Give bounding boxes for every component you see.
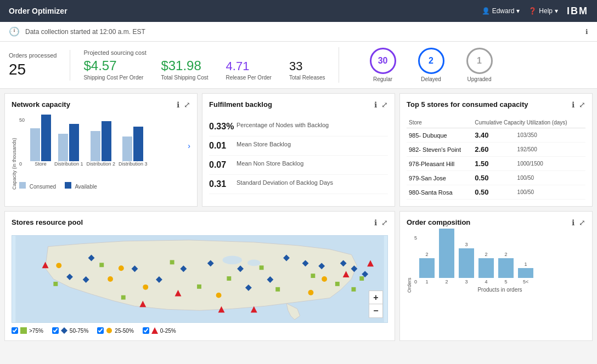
metric-desc-1: Mean Store Backlog: [236, 141, 291, 147]
kpi-total-releases: 33 Total Releases: [289, 59, 325, 81]
expand-icon[interactable]: ⤢: [184, 100, 190, 109]
svg-point-32: [108, 276, 113, 282]
zoom-controls[interactable]: + −: [369, 291, 383, 318]
kpi-shipping-cost: $4.57 Shipping Cost Per Order: [83, 58, 143, 81]
info-icon[interactable]: ℹ: [177, 100, 179, 109]
metric-val-0: 0.33%: [209, 122, 236, 132]
comp-bar-value: 2: [426, 252, 429, 257]
svg-point-1: [222, 256, 242, 265]
order-composition-header: Order composition ℹ ⤢: [407, 218, 585, 231]
comp-bar: [518, 268, 533, 278]
comp-bar-chart: 2 1 5 2 3 3 2 4 2 5 1 5<: [419, 235, 585, 285]
info-icon[interactable]: ℹ: [374, 100, 377, 109]
zoom-in-button[interactable]: +: [369, 291, 382, 304]
dist1-consumed-bar: [58, 134, 68, 161]
svg-point-47: [106, 328, 112, 333]
svg-marker-46: [61, 327, 67, 334]
kpi-sourcing-label: Projected sourcing cost: [83, 49, 325, 56]
resource-pool-icons[interactable]: ℹ ⤢: [374, 218, 388, 227]
expand-icon[interactable]: ⤢: [579, 218, 585, 227]
clock-icon: 🕛: [9, 26, 20, 37]
legend-25-50-checkbox[interactable]: [97, 327, 104, 334]
comp-bar-label: 3: [465, 279, 468, 285]
legend-0-25-label: 0-25%: [160, 328, 176, 334]
expand-icon[interactable]: ⤢: [381, 100, 388, 109]
y-val-5: 5: [414, 235, 417, 241]
bar-group-dist3-bars: [122, 112, 143, 161]
comp-bar-label: 4: [485, 279, 488, 285]
comp-y-axis: 5 0: [414, 235, 419, 285]
blue-diamond-icon: [61, 327, 67, 334]
svg-rect-45: [20, 327, 27, 334]
resource-pool-title: Stores resource pool: [12, 218, 83, 226]
table-row: 979-San Jose 0.50 100/50: [407, 171, 585, 185]
kpi-orders: Orders processed 25: [9, 50, 70, 81]
bar-group-dist1-bars: [58, 112, 79, 161]
zoom-out-button[interactable]: −: [369, 304, 382, 317]
stores-table: Store Cumulative Capacity Utilization (d…: [407, 117, 585, 200]
order-composition-icons[interactable]: ℹ ⤢: [572, 218, 585, 227]
svg-point-37: [322, 276, 327, 282]
expand-icon[interactable]: ⤢: [381, 218, 388, 227]
kpi-orders-value: 25: [9, 61, 57, 78]
bar-chart: 50 0 Store: [19, 117, 190, 178]
info-icon[interactable]: ℹ: [585, 28, 588, 36]
svg-rect-12: [335, 282, 340, 286]
svg-point-31: [56, 263, 61, 268]
comp-bar-wrap: 2 4: [478, 252, 494, 285]
legend-50-75-checkbox[interactable]: [52, 327, 59, 334]
fulfillment-icons[interactable]: ℹ ⤢: [374, 100, 388, 109]
map-legend: >75% 50-75% 25-50% 0-25%: [12, 327, 388, 334]
info-icon[interactable]: ℹ: [374, 218, 377, 227]
svg-rect-13: [352, 287, 356, 292]
store-name: 980-Santa Rosa: [407, 185, 472, 200]
kpi-release: 4.71 Release Per Order: [226, 59, 272, 81]
metric-val-3: 0.31: [209, 179, 236, 189]
legend-gt75[interactable]: >75%: [12, 327, 43, 334]
help-menu[interactable]: ❓ Help ▾: [528, 7, 558, 15]
x-label-dist2: Distribution 2: [87, 161, 116, 167]
user-menu[interactable]: 👤 Edward ▾: [482, 7, 520, 15]
metric-val-1: 0.01: [209, 141, 236, 151]
svg-rect-11: [311, 274, 315, 278]
y-axis: 50 0: [19, 117, 25, 167]
chart-next-icon[interactable]: ›: [188, 141, 190, 150]
network-capacity-icons[interactable]: ℹ ⤢: [177, 100, 190, 109]
top5-icons[interactable]: ℹ ⤢: [572, 100, 585, 109]
user-name: Edward: [492, 7, 515, 15]
user-icon: 👤: [482, 7, 490, 15]
store-value: 0.50: [472, 171, 515, 185]
comp-bar-label: 1: [426, 279, 429, 285]
legend-gt75-checkbox[interactable]: [12, 327, 18, 334]
dist3-consumed-bar: [122, 136, 132, 161]
metric-row-0: 0.33% Percentage of Nodes with Backlog: [209, 117, 388, 136]
info-icon[interactable]: ℹ: [572, 100, 575, 109]
kpi-upgraded-circle: 1: [466, 48, 493, 74]
green-square-icon: [20, 327, 27, 334]
fulfillment-metrics: 0.33% Percentage of Nodes with Backlog 0…: [209, 117, 388, 194]
legend-50-75[interactable]: 50-75%: [52, 327, 88, 334]
bar-group-dist2: Distribution 2: [87, 112, 116, 167]
legend-0-25-checkbox[interactable]: [143, 327, 149, 334]
network-capacity-header: Network capacity ℹ ⤢: [12, 100, 190, 113]
store-range: 100/50: [515, 171, 585, 185]
bar-group-store: Store: [30, 112, 51, 167]
dist1-available-bar: [69, 124, 79, 161]
store-consumed-bar: [30, 128, 40, 161]
metric-desc-2: Mean Non Store Backlog: [236, 160, 303, 167]
y-50: 50: [19, 117, 25, 123]
bar-group-store-bars: [30, 112, 51, 161]
comp-x-label: Products in orders: [414, 287, 585, 293]
kpi-regular-value: 30: [378, 56, 388, 66]
expand-icon[interactable]: ⤢: [579, 100, 585, 109]
svg-marker-48: [151, 327, 158, 334]
metric-desc-0: Percentage of Nodes with Backlog: [236, 122, 329, 128]
info-icon[interactable]: ℹ: [572, 218, 575, 227]
help-label: Help: [539, 7, 553, 15]
legend-consumed: Consumed: [19, 182, 56, 190]
legend-25-50[interactable]: 25-50%: [97, 327, 133, 334]
y-0: 0: [19, 161, 25, 167]
legend-gt75-label: >75%: [29, 328, 43, 334]
svg-rect-3: [53, 282, 58, 286]
legend-0-25[interactable]: 0-25%: [143, 327, 176, 334]
